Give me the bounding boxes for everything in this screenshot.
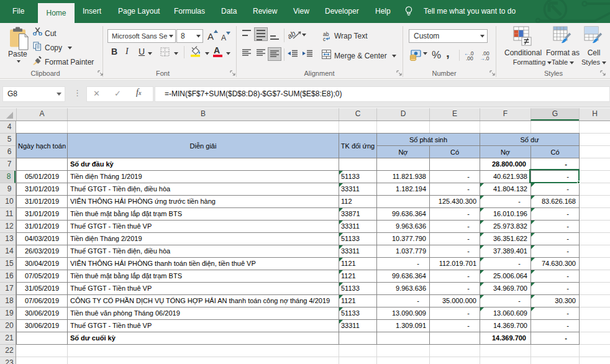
svg-text:ab: ab	[288, 29, 298, 40]
svg-text:→.0: →.0	[480, 55, 489, 61]
svg-text:.00: .00	[466, 55, 473, 61]
